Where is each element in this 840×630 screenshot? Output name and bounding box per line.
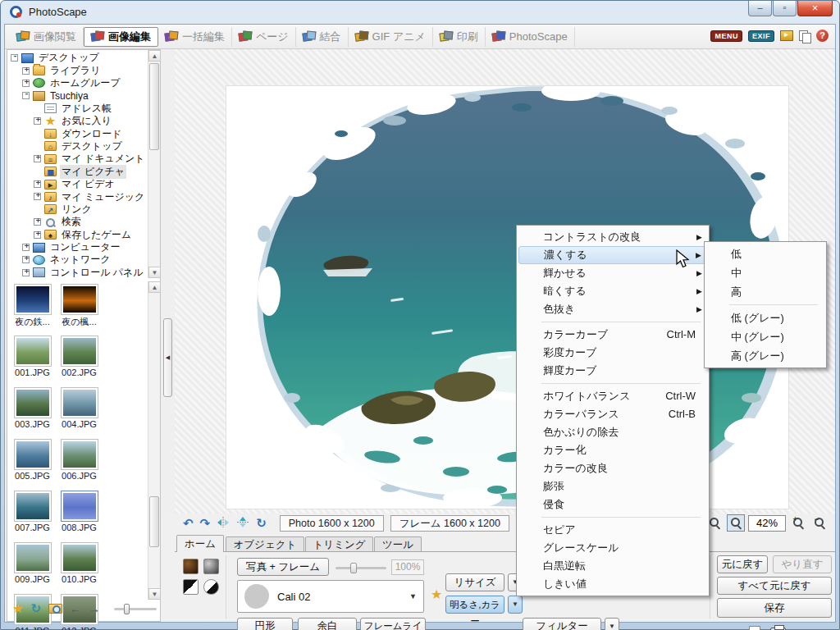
edit-tab-1[interactable]: ホーム xyxy=(176,535,224,552)
toolbar-tab-6[interactable]: GIF アニメ xyxy=(349,27,433,47)
copy-icon[interactable] xyxy=(799,30,810,42)
close-button[interactable]: × xyxy=(797,1,833,16)
tree-item[interactable]: デスクトップ xyxy=(7,52,160,64)
maximize-button[interactable]: ▫ xyxy=(773,1,797,16)
tree-item[interactable]: コンピューター xyxy=(7,241,160,253)
menu-item[interactable]: 色かぶりの除去 xyxy=(518,423,707,441)
tree-item[interactable]: Tsuchiya xyxy=(7,89,160,102)
expand-icon[interactable] xyxy=(22,80,30,87)
expand-icon[interactable] xyxy=(34,231,41,239)
menu-item[interactable]: 高 xyxy=(706,282,824,301)
thumbnail-item[interactable]: 夜の楓... xyxy=(56,281,103,333)
edit-tab-3[interactable]: トリミング xyxy=(305,536,374,552)
menu-item[interactable]: グレースケール xyxy=(518,539,707,557)
expand-icon[interactable] xyxy=(34,193,41,200)
fit-to-window-button[interactable] xyxy=(727,514,745,532)
tree-item[interactable]: ↗リンク xyxy=(7,203,160,216)
expand-icon[interactable] xyxy=(34,180,41,188)
photo-frame-button[interactable]: 写真 + フレーム xyxy=(237,558,329,576)
brightness-color-button[interactable]: 明るさ,カラー xyxy=(445,596,504,614)
new-document-icon[interactable] xyxy=(749,626,760,630)
rotate-icon[interactable]: ↻ xyxy=(256,516,267,531)
flip-vertical-icon[interactable] xyxy=(236,516,249,532)
edit-tab-4[interactable]: ツール xyxy=(374,536,422,552)
redo-icon[interactable]: ↷ xyxy=(200,516,211,531)
minimize-button[interactable]: – xyxy=(748,1,772,16)
tree-scrollbar[interactable]: ▲ ▼ xyxy=(148,50,160,278)
zoom-in-button[interactable]: + xyxy=(789,514,807,532)
browse-folder-icon[interactable] xyxy=(48,604,62,614)
flip-horizontal-icon[interactable] xyxy=(217,516,230,532)
tree-item[interactable]: ♠保存したゲーム xyxy=(7,228,160,240)
menu-item[interactable]: セピア xyxy=(518,521,707,539)
edit-tab-2[interactable]: オブジェクト xyxy=(226,536,305,552)
effect-sepia-button[interactable] xyxy=(183,559,199,574)
exif-badge-button[interactable]: EXIF xyxy=(748,30,774,42)
collapse-icon[interactable] xyxy=(11,54,18,62)
menu-item[interactable]: 色抜き▶ xyxy=(518,300,707,318)
slider-knob[interactable] xyxy=(350,563,357,573)
tree-item[interactable]: ネットワーク xyxy=(7,253,160,266)
panel-splitter[interactable]: ◀ xyxy=(161,49,175,514)
menu-item[interactable]: カラーバランスCtrl-B xyxy=(518,405,707,423)
toolbar-tab-1[interactable]: 画像閲覧 xyxy=(10,27,84,47)
tree-item[interactable]: 検索 xyxy=(7,216,160,228)
menu-item[interactable]: コントラストの改良▶ xyxy=(518,228,707,246)
thumbnail-item[interactable]: 004.JPG xyxy=(56,385,103,436)
menu-badge-button[interactable]: MENU xyxy=(710,30,742,42)
thumbnail-item[interactable]: 010.JPG xyxy=(56,540,103,591)
tree-item[interactable]: ♪マイ ミュージック xyxy=(7,190,160,203)
zoom-out-button[interactable]: − xyxy=(810,514,829,532)
collapse-icon[interactable] xyxy=(22,92,30,99)
toolbar-tab-3[interactable]: 一括編集 xyxy=(158,27,232,47)
refresh-icon[interactable]: ↻ xyxy=(30,601,41,616)
help-icon[interactable]: ? xyxy=(816,30,829,42)
thumbnail-item[interactable]: 夜の鉄... xyxy=(9,281,56,333)
back-arrow-icon[interactable]: ← xyxy=(70,602,81,615)
menu-item[interactable]: 低 (グレー) xyxy=(706,308,824,327)
expand-icon[interactable] xyxy=(34,218,41,226)
expand-icon[interactable] xyxy=(34,155,41,162)
tree-item[interactable]: ▶マイ ビデオ xyxy=(7,178,160,190)
menu-item[interactable]: 高 (グレー) xyxy=(706,346,824,365)
redo-button[interactable]: やり直す xyxy=(773,555,832,573)
menu-item[interactable]: 白黒逆転 xyxy=(518,557,707,575)
collapse-handle[interactable]: ◀ xyxy=(163,318,172,397)
filter-dropdown-icon[interactable]: ▼ xyxy=(605,618,619,630)
expand-icon[interactable] xyxy=(22,256,30,263)
menu-item[interactable]: 中 xyxy=(706,263,824,282)
thumbnail-item[interactable]: 003.JPG xyxy=(9,385,56,436)
scroll-down-icon[interactable]: ▼ xyxy=(148,267,161,278)
slideshow-icon[interactable] xyxy=(780,30,793,41)
undo-all-button[interactable]: すべて元に戻す xyxy=(717,577,832,595)
thumbnail-item[interactable]: 005.JPG xyxy=(9,436,56,488)
expand-icon[interactable] xyxy=(22,67,30,75)
undo-icon[interactable]: ↶ xyxy=(183,516,194,531)
menu-item[interactable]: 輝度カーブ xyxy=(518,362,707,380)
tree-item[interactable]: ▦マイ ピクチャ xyxy=(7,166,160,178)
title-bar[interactable]: PhotoScape – ▫ × xyxy=(1,1,839,24)
toolbar-tab-4[interactable]: ページ xyxy=(232,27,296,47)
tree-item[interactable]: ★お気に入り xyxy=(7,115,160,127)
thumbs-scroll-thumb[interactable] xyxy=(149,496,159,547)
thumbnail-item[interactable]: 001.JPG xyxy=(9,333,56,385)
tree-scroll-thumb[interactable] xyxy=(149,63,159,150)
frame-favorite-star-icon[interactable]: ★ xyxy=(431,587,442,602)
thumbnail-item[interactable]: 007.JPG xyxy=(9,488,56,540)
tree-item[interactable]: コントロール パネル xyxy=(7,267,160,278)
scroll-up-icon[interactable]: ▲ xyxy=(148,50,161,62)
menu-item[interactable]: 低 xyxy=(706,244,824,263)
toolbar-tab-2[interactable]: 画像編集 xyxy=(84,27,158,47)
menu-item[interactable]: しきい値 xyxy=(518,575,707,593)
expand-icon[interactable] xyxy=(22,244,30,251)
effect-bw-button[interactable] xyxy=(183,579,199,595)
resize-button[interactable]: リサイズ xyxy=(445,573,504,591)
menu-item[interactable]: ホワイトバランスCtrl-W xyxy=(518,387,707,405)
scroll-up-icon[interactable]: ▲ xyxy=(148,281,161,293)
tree-item[interactable]: アドレス帳 xyxy=(7,103,160,115)
thumbnail-size-slider[interactable] xyxy=(114,608,157,610)
margin-button[interactable]: 余白 xyxy=(298,618,357,630)
tree-item[interactable]: ≡マイ ドキュメント xyxy=(7,153,160,165)
undo-button[interactable]: 元に戻す xyxy=(717,555,768,573)
slider-knob[interactable] xyxy=(124,604,130,614)
